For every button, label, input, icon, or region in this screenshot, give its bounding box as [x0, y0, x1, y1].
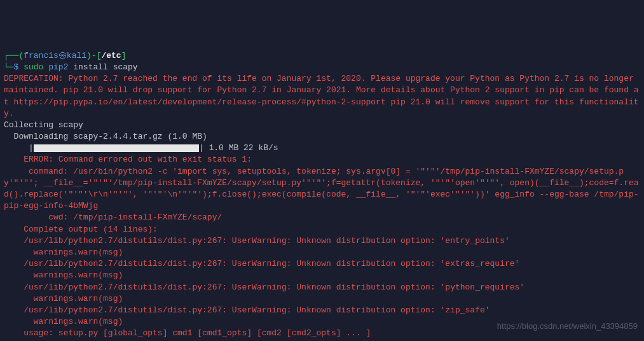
- warning-line: warnings.warn(msg): [4, 317, 123, 326]
- cmd-args: install scapy: [68, 62, 137, 72]
- bracket-close: ]: [121, 51, 127, 60]
- warning-line: warnings.warn(msg): [4, 247, 123, 257]
- collecting-line: Collecting scapy: [4, 120, 83, 130]
- progress-suffix: | 1.0 MB 22 kB/s: [199, 143, 278, 153]
- warning-line: /usr/lib/python2.7/distutils/dist.py:267…: [4, 236, 510, 246]
- terminal-output[interactable]: ┌──(francis㉿kali)-[/etc] └─$ sudo pip2 i…: [4, 50, 640, 341]
- pip-cmd: pip2: [43, 62, 68, 72]
- usage-line: usage: setup.py [global_opts] cmd1 [cmd1…: [4, 328, 371, 338]
- separator-icon: ㉿: [58, 51, 67, 60]
- progress-bar: [34, 144, 199, 152]
- warning-line: warnings.warn(msg): [4, 270, 123, 280]
- warning-line: warnings.warn(msg): [4, 294, 123, 303]
- error-header: ERROR: Command errored out with exit sta…: [4, 155, 252, 164]
- downloading-line: Downloading scapy-2.4.4.tar.gz (1.0 MB): [4, 132, 207, 141]
- warning-line: /usr/lib/python2.7/distutils/dist.py:267…: [4, 259, 519, 268]
- deprecation-warning: DEPRECATION: Python 2.7 reached the end …: [4, 74, 639, 118]
- prompt-user: francis: [24, 51, 58, 60]
- error-cwd: cwd: /tmp/pip-install-FXmYZE/scapy/: [4, 212, 222, 222]
- sudo-cmd: sudo: [24, 62, 43, 72]
- progress-prefix: |: [4, 143, 34, 153]
- complete-output: Complete output (14 lines):: [4, 225, 158, 234]
- prompt-box-open: ┌──: [4, 51, 18, 60]
- error-command: command: /usr/bin/python2 -c 'import sys…: [4, 167, 639, 211]
- prompt-host: kali: [67, 51, 86, 60]
- paren-close: ): [86, 51, 92, 60]
- dash-open: -[: [92, 51, 102, 60]
- dollar-icon: $: [14, 62, 24, 72]
- prompt-box-continue: └─: [4, 62, 14, 72]
- warning-line: /usr/lib/python2.7/distutils/dist.py:267…: [4, 282, 524, 292]
- prompt-cwd: /etc: [101, 51, 121, 60]
- warning-line: /usr/lib/python2.7/distutils/dist.py:267…: [4, 305, 490, 315]
